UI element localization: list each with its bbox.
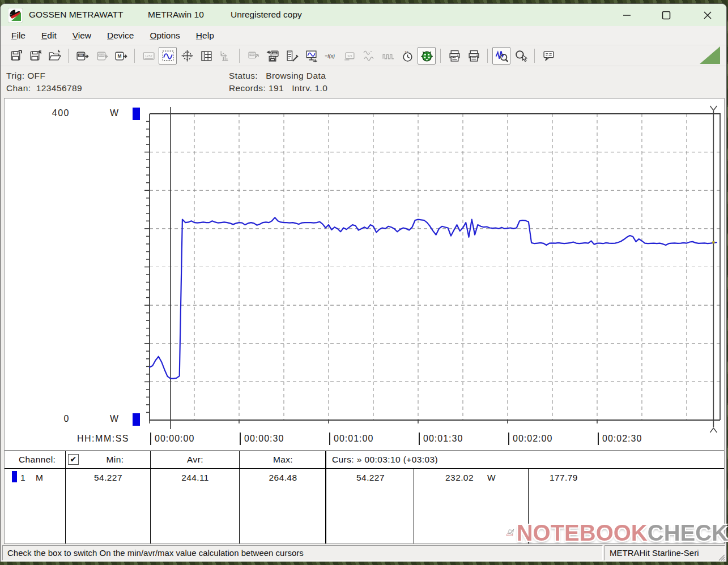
resize-grip[interactable] [717,553,725,561]
x-axis-format-label: HH:MM:SS [77,434,129,444]
numeric-small-button: 321 [340,47,359,65]
status-readout: Status: Browsing Data [229,71,326,81]
digital-wave-icon [382,49,395,62]
import-device-button[interactable] [263,47,282,65]
maximize-button[interactable] [653,6,679,24]
col-header-cursor: Curs: » 00:03:10 (+03:03) [332,455,438,465]
save-data-icon [10,49,23,62]
table-divider-cursor-section [325,451,326,543]
zoom-curve-icon [495,49,508,62]
numeric-small-icon: 321 [343,49,356,62]
formula-icon: =f(x) [324,49,337,62]
view-trend-button[interactable] [159,47,177,65]
svg-text:321: 321 [99,54,104,57]
x-tick-00:00:30: 00:00:30 [240,433,284,445]
cursor2-unit: W [487,473,496,483]
x-tick-00:01:30: 00:01:30 [419,433,463,445]
max-value: 264.48 [240,473,326,483]
import-device-icon [266,49,279,62]
table-divider [528,469,529,543]
cursor-delta-value: 177.79 [550,473,578,483]
digital-wave-button [379,47,397,65]
toolbar-separator [487,49,488,63]
zoom-select-button[interactable] [512,47,530,65]
view-table-button[interactable] [197,47,215,65]
analog-wave-icon [363,49,376,62]
close-button[interactable] [695,6,721,24]
status-hint-text: Check the box to switch On the min/avr/m… [2,545,603,560]
print-preview-button[interactable] [445,47,463,65]
zoom-select-icon [514,49,527,62]
export-data-button [244,47,262,65]
channel-mode: M [36,473,43,483]
measurement-table: Channel: ✔ Min: Avr: Max: Curs: » 00:03:… [4,451,725,544]
avr-value: 244.11 [151,473,240,483]
record-timer-icon [420,49,433,62]
device-settings-button[interactable] [283,47,301,65]
channel-color-marker-bottom [133,413,140,426]
online-display-button[interactable] [302,47,320,65]
device-read-button[interactable]: 321 [73,47,91,65]
minmax-calc-checkbox[interactable]: ✔ [68,454,79,465]
view-numeric-button: 1257 [139,47,157,65]
toolbar-separator [134,49,135,63]
app-vendor-title: GOSSEN METRAWATT [29,10,123,20]
menu-item-options[interactable]: Options [143,28,186,43]
device-memory-icon: M [114,49,127,62]
view-xy-button[interactable] [178,47,196,65]
svg-text:M: M [117,53,121,58]
device-memory-button[interactable]: M [112,47,130,65]
print-button[interactable] [465,47,483,65]
minimize-button[interactable] [614,6,640,24]
license-status-title: Unregistered copy [231,10,302,20]
y-axis-unit-top: W [110,108,120,118]
trend-chart-plot[interactable] [5,99,724,450]
y-axis-min-label: 0 [46,414,70,424]
menu-item-device[interactable]: Device [101,28,140,43]
save-as-button[interactable] [26,47,44,65]
menu-item-file[interactable]: File [5,28,32,43]
col-header-channel: Channel: [19,455,56,465]
app-name-title: METRAwin 10 [148,10,204,20]
x-tick-00:02:30: 00:02:30 [598,433,642,445]
time-settings-button[interactable]: 12: [398,47,416,65]
save-data-button[interactable] [7,47,25,65]
view-histogram-icon [219,49,232,62]
formula-button[interactable]: =f(x) [321,47,339,65]
record-timer-button[interactable] [418,47,436,65]
minimize-icon [623,11,631,19]
view-xy-icon [181,49,194,62]
x-tick-divider [240,433,241,445]
svg-text:=f(x): =f(x) [325,53,335,59]
metrawin-window: GOSSEN METRAWATT METRAwin 10 Unregistere… [0,3,727,562]
toolbar-corner-decoration [700,46,720,64]
x-tick-divider [329,433,330,445]
trend-chart-panel: 400 W 0 W HH:MM:SS 00:00:0000:00:3000:01… [4,98,725,451]
svg-text:321: 321 [347,54,352,57]
table-divider [150,451,151,543]
open-file-icon [48,49,61,62]
analog-wave-button [360,47,378,65]
col-header-avr: Avr: [151,455,240,465]
open-file-button[interactable] [45,47,63,65]
toolbar-separator [68,49,69,63]
zoom-curve-button[interactable] [492,47,510,65]
gossen-metrawatt-logo-icon [8,8,23,23]
menu-item-edit[interactable]: Edit [35,28,63,43]
channel-list: Chan: 123456789 [6,83,82,93]
channel-color-marker-top [133,108,140,120]
device-write-button: 321 [92,47,110,65]
time-settings-icon: 12: [401,49,414,62]
toolbar-separator [239,49,240,63]
notes-button[interactable] [539,47,557,65]
view-numeric-icon: 1257 [142,49,155,62]
table-divider [414,469,414,543]
x-tick-00:00:00: 00:00:00 [150,433,194,445]
menu-item-view[interactable]: View [66,28,97,43]
cursor1-value: 54.227 [327,473,414,483]
x-tick-divider [508,433,509,445]
col-header-max: Max: [240,455,326,465]
menu-item-help[interactable]: Help [190,28,220,43]
maximize-icon [662,11,671,20]
device-read-icon: 321 [76,49,89,62]
